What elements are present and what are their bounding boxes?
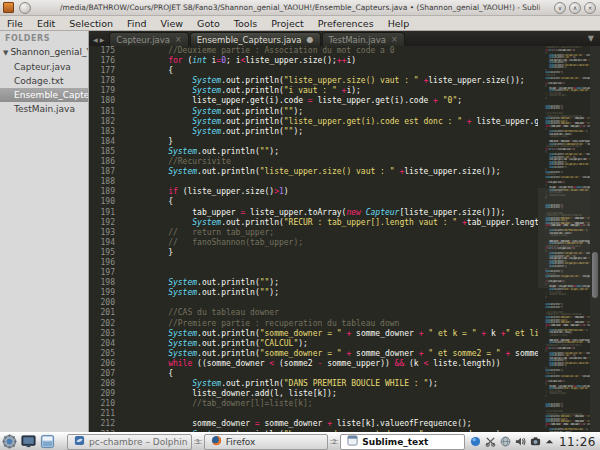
start-menu-icon[interactable] xyxy=(2,434,17,449)
minimap[interactable]: //Deuxieme partie : Association du mot c… xyxy=(538,46,590,435)
menu-item-preferences[interactable]: Preferences xyxy=(311,17,381,30)
maximize-button[interactable]: ∧ xyxy=(569,2,581,14)
code-line[interactable]: // fanoShannon(tab_upper); xyxy=(120,238,538,248)
panel-hide-icon[interactable] xyxy=(545,437,554,446)
line-number[interactable]: 197 xyxy=(89,268,115,278)
minimize-button[interactable]: ∨ xyxy=(554,2,566,14)
line-number[interactable]: 206 xyxy=(89,359,115,369)
line-number[interactable]: 204 xyxy=(89,339,115,349)
line-number[interactable]: 210 xyxy=(89,399,115,409)
line-number[interactable]: 180 xyxy=(89,96,115,106)
show-desktop-icon[interactable] xyxy=(21,434,36,449)
menu-item-goto[interactable]: Goto xyxy=(190,17,227,30)
sidebar-item-codage-txt[interactable]: Codage.txt xyxy=(0,74,88,88)
code-line[interactable]: System.out.println(""); xyxy=(120,288,538,298)
line-number[interactable]: 175 xyxy=(89,46,115,56)
code-line[interactable]: System.out.println("CALCUL"); xyxy=(120,339,538,349)
line-number[interactable]: 203 xyxy=(89,329,115,339)
code-line[interactable]: System.out.println("i vaut : " +i); xyxy=(120,86,538,96)
code-line[interactable]: System.out.println("liste_upper.size() v… xyxy=(120,76,538,86)
code-line[interactable]: while ((somme_downer < (somme2 - somme_u… xyxy=(120,359,538,369)
line-number[interactable]: 190 xyxy=(89,197,115,207)
code-line[interactable] xyxy=(120,268,538,278)
applet-handle[interactable]: 2 xyxy=(330,438,338,446)
code-line[interactable] xyxy=(120,258,538,268)
minimap-viewport[interactable] xyxy=(538,188,590,288)
line-number[interactable]: 176 xyxy=(89,56,115,66)
code-line[interactable]: //Premiere partie : recuperation du tabl… xyxy=(120,319,538,329)
code-line[interactable]: //Recursivite xyxy=(120,157,538,167)
line-number[interactable]: 202 xyxy=(89,319,115,329)
menu-item-tools[interactable]: Tools xyxy=(227,17,264,30)
code-line[interactable]: } xyxy=(120,248,538,258)
code-line[interactable]: { xyxy=(120,66,538,76)
line-number[interactable]: 183 xyxy=(89,127,115,137)
tab-capteur-java[interactable]: Capteur.java× xyxy=(109,32,188,46)
menu-item-edit[interactable]: Edit xyxy=(30,17,62,30)
line-number-gutter[interactable]: 1751761771781791801811821831841851861871… xyxy=(89,46,120,435)
code-line[interactable] xyxy=(120,177,538,187)
line-number[interactable]: 209 xyxy=(89,389,115,399)
code-line[interactable]: //tab_downer[l]=liste[k]; xyxy=(120,399,538,409)
code-line[interactable]: { xyxy=(120,197,538,207)
code-line[interactable]: System.out.println("DANS PREMIER BOUCLE … xyxy=(120,379,538,389)
volume-icon[interactable] xyxy=(515,436,526,447)
update-orb-icon[interactable] xyxy=(470,436,481,447)
code-line[interactable]: System.out.println("RECUR : tab_upper[].… xyxy=(120,218,538,228)
code-line[interactable]: // return tab_upper; xyxy=(120,228,538,238)
line-number[interactable]: 199 xyxy=(89,288,115,298)
line-number[interactable]: 196 xyxy=(89,258,115,268)
line-number[interactable]: 179 xyxy=(89,86,115,96)
line-number[interactable]: 178 xyxy=(89,76,115,86)
code-line[interactable]: System.out.println("liste_upper.size() v… xyxy=(120,167,538,177)
line-number[interactable]: 198 xyxy=(89,278,115,288)
code-line[interactable]: liste_upper.get(i).code = liste_upper.ge… xyxy=(120,96,538,106)
line-number[interactable]: 201 xyxy=(89,308,115,318)
menu-item-project[interactable]: Project xyxy=(264,17,311,30)
tab-close-icon[interactable]: × xyxy=(175,35,182,44)
tab-overflow-icon[interactable]: ▼ xyxy=(588,34,594,43)
close-button[interactable]: × xyxy=(584,2,596,14)
line-number[interactable]: 200 xyxy=(89,298,115,308)
code-line[interactable]: System.out.println("somme_downer = " + s… xyxy=(120,349,538,359)
code-line[interactable]: } xyxy=(120,137,538,147)
line-number[interactable]: 177 xyxy=(89,66,115,76)
code-line[interactable]: somme_downer = somme_downer + liste[k].v… xyxy=(120,419,538,429)
line-number[interactable]: 189 xyxy=(89,187,115,197)
line-number[interactable]: 207 xyxy=(89,369,115,379)
file-manager-icon[interactable] xyxy=(40,434,55,449)
line-number[interactable]: 195 xyxy=(89,248,115,258)
line-number[interactable]: 184 xyxy=(89,137,115,147)
tab-close-icon[interactable]: × xyxy=(391,35,398,44)
code-line[interactable]: //CAS du tableau downer xyxy=(120,308,538,318)
menu-item-file[interactable]: File xyxy=(0,17,30,30)
modified-dot-icon[interactable]: ● xyxy=(307,35,314,44)
line-number[interactable]: 191 xyxy=(89,208,115,218)
titlebar[interactable]: /media/BATHROW/Cours/PROJET S8/Fano3/Sha… xyxy=(0,0,600,16)
code-line[interactable]: if (liste_upper.size()>1) xyxy=(120,187,538,197)
code-line[interactable]: //Deuxieme partie : Association du mot c… xyxy=(120,46,538,56)
applet-handle[interactable]: 3 xyxy=(194,438,202,446)
task-button-sublime-text[interactable]: Sublime_text xyxy=(340,434,465,450)
code-line[interactable]: System.out.println(""); xyxy=(120,147,538,157)
line-number[interactable]: 185 xyxy=(89,147,115,157)
code-line[interactable]: System.out.println(""); xyxy=(120,278,538,288)
menu-item-selection[interactable]: Selection xyxy=(62,17,120,30)
code-line[interactable]: System.out.println("liste_upper.get(i).c… xyxy=(120,117,538,127)
code-editor[interactable]: //Deuxieme partie : Association du mot c… xyxy=(120,46,538,435)
line-number[interactable]: 186 xyxy=(89,157,115,167)
scrollbar-thumb[interactable] xyxy=(592,252,598,298)
tab-scroll-arrows[interactable]: ◀▶ xyxy=(89,36,109,46)
screenshot-icon[interactable] xyxy=(530,436,541,447)
line-number[interactable]: 187 xyxy=(89,167,115,177)
taskbar-clock[interactable]: 11:26 xyxy=(559,435,596,449)
folder-expand-icon[interactable]: ▼ xyxy=(3,49,8,57)
line-number[interactable]: 212 xyxy=(89,419,115,429)
tab-testmain-java[interactable]: TestMain.java× xyxy=(322,32,405,46)
tab-ensemble-capteurs-java[interactable]: Ensemble_Capteurs.java● xyxy=(190,32,321,46)
vertical-scrollbar[interactable] xyxy=(590,46,600,435)
task-button-pc-chambre-dolphin[interactable]: pc-chambre – Dolphin xyxy=(67,434,192,450)
code-line[interactable]: tab_upper = liste_upper.toArray(new Capt… xyxy=(120,208,538,218)
task-button-firefox[interactable]: Firefox xyxy=(204,434,329,450)
clipboard-scissors-icon[interactable] xyxy=(485,436,496,447)
